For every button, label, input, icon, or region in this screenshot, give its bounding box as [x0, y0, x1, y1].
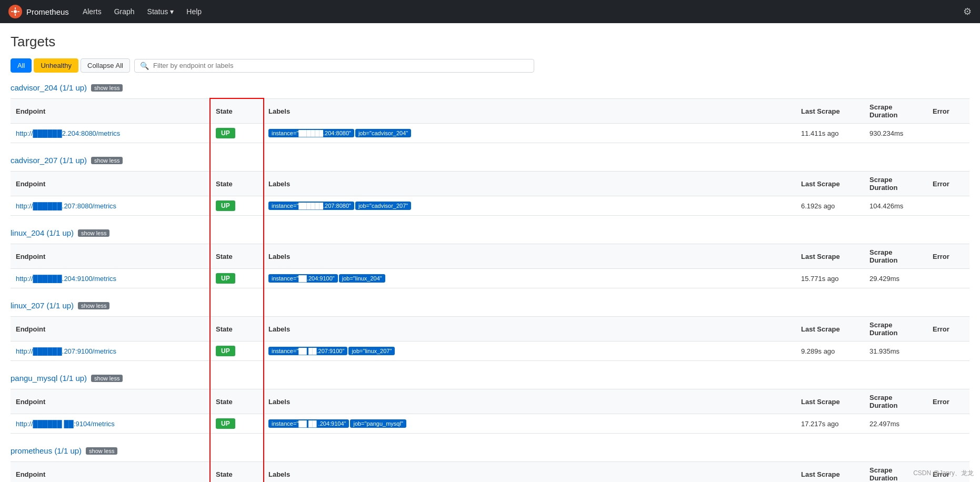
svg-rect-3 [15, 14, 16, 16]
svg-rect-2 [15, 7, 16, 9]
main-content: Targets All Unhealthy Collapse All 🔍 cad… [0, 23, 980, 482]
unhealthy-button[interactable]: Unhealthy [34, 58, 78, 73]
state-badge: UP [216, 273, 235, 284]
state-col-highlight-wrapper: EndpointStateLabelsLast ScrapeScrapeDura… [11, 98, 969, 143]
endpoint-cell: http://██████.207:9100/metrics [11, 342, 211, 361]
label-tag[interactable]: instance="██ ██.207:9100" [268, 347, 347, 355]
show-less-button[interactable]: show less [86, 447, 117, 455]
label-tag[interactable]: job="pangu_mysql" [350, 419, 406, 428]
group-header: pangu_mysql (1/1 up)show less [11, 374, 969, 385]
label-tag[interactable]: job="linux_207" [348, 347, 395, 355]
label-tag[interactable]: instance="██████.204:8080" [268, 129, 354, 137]
endpoint-cell: http://██████.204:9100/metrics [11, 269, 211, 288]
target-group: cadvisor_204 (1/1 up)show lessEndpointSt… [11, 83, 969, 143]
all-button[interactable]: All [11, 58, 32, 73]
scrape-duration-cell: 29.429ms [864, 269, 927, 288]
table-header: ScrapeDuration [864, 317, 927, 342]
label-tag[interactable]: instance="██ ██ .204:9104" [268, 419, 349, 428]
group-name[interactable]: cadvisor_204 (1/1 up) [11, 83, 87, 92]
group-name[interactable]: linux_207 (1/1 up) [11, 301, 74, 310]
navbar: Prometheus Alerts Graph Status ▾ Help ⚙ [0, 0, 980, 23]
brand-text: Prometheus [26, 7, 69, 16]
labels-cell: instance="██████.207:8080"job="cadvisor_… [263, 196, 796, 216]
label-tag[interactable]: job="linux_204" [339, 274, 385, 283]
brand-logo [8, 5, 22, 18]
scrape-duration-cell: 22.497ms [864, 414, 927, 434]
table-header: State [211, 244, 263, 269]
table-header: Labels [263, 172, 796, 196]
endpoint-link[interactable]: http://██████ ██:9104/metrics [16, 420, 115, 428]
nav-help[interactable]: Help [181, 4, 207, 19]
last-scrape-cell: 9.289s ago [796, 342, 864, 361]
endpoint-link[interactable]: http://██████.204:9100/metrics [16, 275, 116, 283]
error-cell [927, 342, 969, 361]
show-less-button[interactable]: show less [78, 302, 109, 309]
table-header: ScrapeDuration [864, 172, 927, 196]
label-tag[interactable]: job="cadvisor_207" [355, 202, 411, 210]
svg-point-1 [14, 10, 17, 13]
target-group: linux_207 (1/1 up)show lessEndpointState… [11, 301, 969, 361]
scrape-duration-cell: 31.935ms [864, 342, 927, 361]
endpoint-link[interactable]: http://██████.207:8080/metrics [16, 202, 116, 210]
nav-graph[interactable]: Graph [109, 4, 140, 19]
group-name[interactable]: linux_204 (1/1 up) [11, 228, 74, 237]
search-icon: 🔍 [140, 62, 149, 70]
search-input[interactable] [153, 62, 528, 69]
show-less-button[interactable]: show less [91, 84, 123, 92]
table-header: Labels [263, 317, 796, 342]
table-header: ScrapeDuration [864, 244, 927, 269]
group-name[interactable]: prometheus (1/1 up) [11, 446, 82, 455]
svg-rect-5 [17, 11, 19, 12]
show-less-button[interactable]: show less [91, 157, 123, 164]
state-badge: UP [216, 346, 235, 356]
group-name[interactable]: cadvisor_207 (1/1 up) [11, 156, 87, 165]
table-header: Labels [263, 99, 796, 124]
target-group: linux_204 (1/1 up)show lessEndpointState… [11, 228, 969, 288]
table-row: http://██████ ██:9104/metricsUPinstance=… [11, 414, 969, 434]
table-row: http://██████.207:8080/metricsUPinstance… [11, 196, 969, 216]
table-header: State [211, 317, 263, 342]
group-header: linux_204 (1/1 up)show less [11, 228, 969, 239]
collapse-all-button[interactable]: Collapse All [81, 58, 130, 73]
group-name[interactable]: pangu_mysql (1/1 up) [11, 374, 87, 383]
endpoint-link[interactable]: http://██████.207:9100/metrics [16, 347, 116, 355]
table-header: Endpoint [11, 244, 211, 269]
svg-rect-4 [11, 11, 13, 12]
state-badge: UP [216, 200, 235, 211]
show-less-button[interactable]: show less [91, 375, 123, 382]
target-table: EndpointStateLabelsLast ScrapeScrapeDura… [11, 461, 969, 482]
table-header: Error [927, 244, 969, 269]
label-tag[interactable]: job="cadvisor_204" [355, 129, 411, 137]
table-header: Endpoint [11, 462, 211, 483]
table-header: Error [927, 172, 969, 196]
table-header: Error [927, 389, 969, 414]
label-tag[interactable]: instance="██████.207:8080" [268, 202, 354, 210]
table-header: State [211, 172, 263, 196]
table-header: State [211, 99, 263, 124]
show-less-button[interactable]: show less [78, 229, 109, 237]
nav-alerts[interactable]: Alerts [77, 4, 107, 19]
endpoint-cell: http://██████.207:8080/metrics [11, 196, 211, 216]
group-header: prometheus (1/1 up)show less [11, 446, 969, 457]
endpoint-cell: http://██████ ██:9104/metrics [11, 414, 211, 434]
table-header: Last Scrape [796, 462, 864, 483]
endpoint-link[interactable]: http://██████2.204:8080/metrics [16, 129, 120, 137]
target-table: EndpointStateLabelsLast ScrapeScrapeDura… [11, 171, 969, 216]
group-header: cadvisor_204 (1/1 up)show less [11, 83, 969, 94]
table-header: Endpoint [11, 317, 211, 342]
nav-status[interactable]: Status ▾ [142, 4, 179, 19]
table-header: Last Scrape [796, 317, 864, 342]
labels-cell: instance="██.204:9100"job="linux_204" [263, 269, 796, 288]
label-tag[interactable]: instance="██.204:9100" [268, 274, 338, 283]
target-group: prometheus (1/1 up)show lessEndpointStat… [11, 446, 969, 482]
error-cell [927, 196, 969, 216]
group-header: linux_207 (1/1 up)show less [11, 301, 969, 312]
state-cell: UP [211, 124, 263, 143]
page-title: Targets [11, 34, 969, 50]
state-cell: UP [211, 414, 263, 434]
last-scrape-cell: 6.192s ago [796, 196, 864, 216]
gear-icon[interactable]: ⚙ [963, 6, 972, 17]
brand-link[interactable]: Prometheus [8, 5, 69, 18]
target-table: EndpointStateLabelsLast ScrapeScrapeDura… [11, 389, 969, 434]
error-cell [927, 124, 969, 143]
